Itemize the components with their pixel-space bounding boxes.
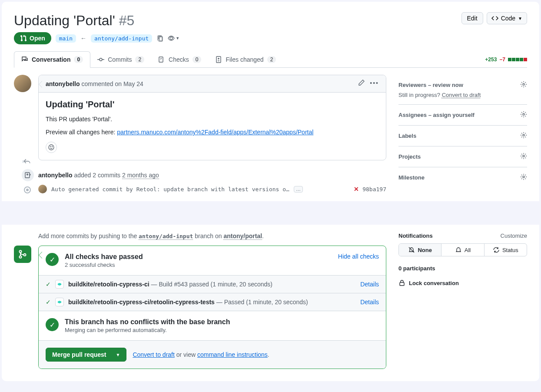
- push-branch[interactable]: antony/add-input: [139, 233, 193, 240]
- lock-icon: [398, 279, 405, 286]
- sidebar-assignees-label: Assignees – assign yourself: [398, 112, 475, 118]
- svg-point-8: [523, 113, 524, 115]
- gear-icon[interactable]: [520, 111, 527, 119]
- avatar[interactable]: [14, 75, 31, 92]
- comment-discussion-icon: [21, 56, 28, 63]
- notification-segmented-control: None All Status: [398, 243, 527, 256]
- head-branch[interactable]: antony/add-input: [91, 34, 152, 43]
- timeline-event: antonybello added 2 commits 2 months ago: [38, 172, 159, 179]
- sidebar-milestone-label: Milestone: [398, 174, 425, 181]
- check-circle-icon: ✓: [46, 318, 59, 331]
- check-pass-icon: ✓: [46, 281, 51, 288]
- comment-author[interactable]: antonybello commented on May 24: [46, 80, 143, 87]
- customize-link[interactable]: Customize: [501, 233, 527, 239]
- git-commit-icon: [97, 56, 104, 63]
- convert-draft-prompt: Still in progress? Convert to draft: [398, 92, 527, 98]
- edit-comment-icon[interactable]: [358, 80, 365, 88]
- no-conflicts-subtitle: Merging can be performed automatically.: [65, 327, 230, 333]
- svg-point-12: [20, 251, 22, 253]
- copy-branch-icon[interactable]: [156, 35, 163, 42]
- base-branch[interactable]: main: [56, 34, 76, 43]
- participants-count: 0 participants: [398, 265, 527, 272]
- tab-checks[interactable]: Checks 0: [151, 51, 208, 67]
- gear-icon[interactable]: [520, 153, 527, 161]
- add-reaction-button[interactable]: [46, 142, 57, 153]
- check-pass-icon: ✓: [46, 299, 51, 306]
- sync-icon: [493, 246, 500, 253]
- reply-arrow-icon: [23, 158, 31, 166]
- check-name[interactable]: buildkite/retoolin-cypress-ci: [68, 281, 149, 288]
- notifications-heading: Notifications: [398, 233, 433, 239]
- pr-state-badge: Open: [14, 32, 51, 44]
- notif-status-button[interactable]: Status: [485, 244, 527, 256]
- cli-instructions-link[interactable]: command line instructions: [197, 351, 268, 358]
- caret-down-icon: ▼: [176, 36, 179, 40]
- svg-point-9: [523, 134, 524, 136]
- check-details-link[interactable]: Details: [360, 281, 379, 288]
- timeline-author[interactable]: antonybello: [38, 172, 73, 179]
- preview-link[interactable]: partners.manuco.com/antony%2Fadd-field/a…: [117, 129, 313, 136]
- avatar[interactable]: [38, 185, 47, 193]
- commit-sha[interactable]: 98ba197: [362, 186, 386, 193]
- timeline-time[interactable]: 2 months ago: [122, 172, 159, 179]
- comment-text: This PR updates 'Portal'.: [46, 116, 379, 123]
- checks-title: All checks have passed: [65, 253, 143, 261]
- merge-pull-request-button[interactable]: Merge pull request▼: [46, 348, 126, 362]
- bell-icon: [455, 246, 462, 253]
- sidebar-projects-label: Projects: [398, 153, 421, 160]
- code-icon: [491, 15, 498, 22]
- gear-icon[interactable]: [520, 173, 527, 182]
- convert-to-draft-link[interactable]: Convert to draft: [442, 92, 481, 98]
- check-name[interactable]: buildkite/retoolin-cypress-ci/retoolin-c…: [68, 299, 215, 306]
- check-details-link[interactable]: Details: [360, 299, 379, 306]
- tab-files-changed[interactable]: Files changed 2: [208, 51, 283, 67]
- tab-commits[interactable]: Commits 2: [90, 51, 151, 67]
- diff-blocks: [508, 58, 527, 61]
- tab-conversation[interactable]: Conversation 0: [14, 51, 90, 68]
- commit-message[interactable]: Auto generated commit by Retool: update …: [51, 186, 289, 193]
- git-merge-icon: [14, 246, 31, 263]
- notif-all-button[interactable]: All: [441, 244, 484, 256]
- git-pull-request-icon: [20, 35, 27, 42]
- caret-down-icon: ▼: [518, 16, 522, 21]
- code-button[interactable]: Code ▼: [487, 12, 527, 24]
- svg-rect-1: [159, 57, 163, 62]
- commit-dot-icon: [24, 186, 31, 193]
- lock-conversation-button[interactable]: Lock conversation: [398, 279, 527, 286]
- assign-yourself-link[interactable]: assign yourself: [433, 112, 475, 118]
- push-repo[interactable]: antony/portal: [223, 233, 262, 240]
- file-diff-icon: [215, 56, 222, 63]
- check-row: ✓ buildkite/retoolin-cypress-ci/retoolin…: [39, 293, 386, 311]
- svg-point-7: [523, 83, 524, 85]
- svg-point-14: [24, 254, 26, 256]
- caret-down-icon: ▼: [116, 352, 120, 357]
- sidebar-reviewers-label: Reviewers – review now: [398, 82, 463, 88]
- sidebar-labels-label: Labels: [398, 133, 416, 139]
- convert-to-draft-link[interactable]: Convert to draft: [133, 351, 175, 358]
- check-circle-icon: ✓: [46, 253, 59, 266]
- gear-icon[interactable]: [520, 132, 527, 140]
- check-row: ✓ buildkite/retoolin-cypress-ci — Build …: [39, 276, 386, 293]
- watch-dropdown[interactable]: ▼: [168, 35, 179, 42]
- gear-icon[interactable]: [520, 81, 527, 89]
- hide-all-checks-link[interactable]: Hide all checks: [338, 253, 379, 260]
- expand-commit-button[interactable]: …: [294, 186, 303, 193]
- svg-point-11: [523, 176, 524, 178]
- svg-point-5: [52, 146, 52, 147]
- diffstat: +253 −7: [485, 51, 527, 67]
- arrow-left-icon: ←: [80, 35, 86, 42]
- svg-point-0: [100, 58, 102, 61]
- bell-slash-icon: [408, 246, 415, 253]
- kebab-menu-icon[interactable]: •••: [370, 80, 379, 88]
- repo-push-icon: [21, 168, 35, 182]
- checklist-icon: [158, 56, 165, 63]
- svg-point-10: [523, 155, 524, 157]
- svg-point-3: [49, 145, 54, 150]
- checks-subtitle: 2 successful checks: [65, 262, 143, 268]
- smiley-icon: [48, 144, 55, 151]
- notif-none-button[interactable]: None: [399, 244, 441, 256]
- comment-heading: Updating 'Portal': [46, 100, 379, 110]
- commit-status-fail-icon[interactable]: ✕: [354, 186, 359, 193]
- edit-button[interactable]: Edit: [461, 12, 483, 24]
- svg-rect-15: [400, 282, 404, 286]
